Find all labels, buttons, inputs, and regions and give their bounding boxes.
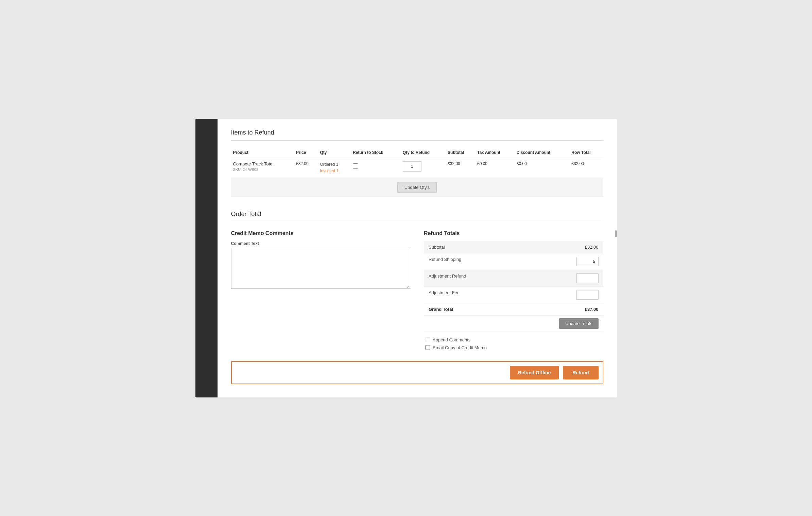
update-qtys-row: Update Qty's xyxy=(231,178,603,197)
refund-shipping-cell xyxy=(512,253,603,270)
col-tax-amount: Tax Amount xyxy=(475,147,515,158)
refund-shipping-input[interactable] xyxy=(576,257,599,266)
refund-button[interactable]: Refund xyxy=(563,366,598,379)
refund-shipping-label: Refund Shipping xyxy=(424,253,512,270)
col-product: Product xyxy=(231,147,294,158)
tax-amount-value: £0.00 xyxy=(477,161,487,166)
page-wrapper: Items to Refund Product Price Qty Return… xyxy=(189,112,624,404)
scrollbar-indicator[interactable] xyxy=(615,230,617,237)
append-comments-label: Append Comments xyxy=(433,337,470,342)
main-content: Items to Refund Product Price Qty Return… xyxy=(218,119,617,397)
two-col-layout: Credit Memo Comments Comment Text Refund… xyxy=(231,230,603,353)
items-to-refund-table: Product Price Qty Return to Stock Qty to… xyxy=(231,147,603,197)
row-total-value: £32.00 xyxy=(571,161,584,166)
refund-offline-button[interactable]: Refund Offline xyxy=(510,366,559,379)
col-return-to-stock: Return to Stock xyxy=(351,147,401,158)
tax-amount-cell: £0.00 xyxy=(475,158,515,178)
price-cell: £32.00 xyxy=(294,158,318,178)
order-total-section: Order Total Credit Memo Comments Comment… xyxy=(231,211,603,384)
discount-amount-value: £0.00 xyxy=(517,161,527,166)
adjustment-fee-input[interactable] xyxy=(576,290,599,300)
col-row-total: Row Total xyxy=(569,147,603,158)
product-price: £32.00 xyxy=(296,161,309,166)
product-cell: Compete Track Tote SKU: 24-WB02 xyxy=(231,158,294,178)
qty-to-refund-input[interactable] xyxy=(403,161,421,172)
col-qty-to-refund: Qty to Refund xyxy=(401,147,446,158)
options-area: Append Comments Email Copy of Credit Mem… xyxy=(424,337,603,350)
credit-memo-col: Credit Memo Comments Comment Text xyxy=(231,230,411,353)
adjustment-fee-row: Adjustment Fee xyxy=(424,286,603,303)
subtotal-total-value: £32.00 xyxy=(512,241,603,253)
email-copy-row: Email Copy of Credit Memo xyxy=(425,345,603,350)
subtotal-row: Subtotal £32.00 xyxy=(424,241,603,253)
grand-total-label: Grand Total xyxy=(424,303,512,315)
product-name: Compete Track Tote xyxy=(233,161,292,166)
action-buttons: Refund Offline Refund xyxy=(231,361,603,384)
subtotal-cell: £32.00 xyxy=(446,158,475,178)
discount-amount-cell: £0.00 xyxy=(515,158,570,178)
table-row: Compete Track Tote SKU: 24-WB02 £32.00 O… xyxy=(231,158,603,178)
qty-info: Ordered 1 Invoiced 1 xyxy=(320,161,349,174)
adjustment-refund-input[interactable] xyxy=(576,273,599,283)
refund-totals-table: Subtotal £32.00 Refund Shipping xyxy=(424,241,603,332)
grand-total-row: Grand Total £37.00 xyxy=(424,303,603,315)
order-total-title: Order Total xyxy=(231,211,603,222)
update-totals-row: Update Totals xyxy=(424,315,603,332)
append-comments-row: Append Comments xyxy=(425,337,603,342)
refund-totals-col: Refund Totals Subtotal £32.00 Refund Shi… xyxy=(424,230,603,353)
col-price: Price xyxy=(294,147,318,158)
update-totals-cell: Update Totals xyxy=(512,315,603,332)
comment-textarea[interactable] xyxy=(231,248,411,289)
row-total-cell: £32.00 xyxy=(569,158,603,178)
credit-memo-title: Credit Memo Comments xyxy=(231,230,411,236)
col-qty: Qty xyxy=(318,147,351,158)
qty-cell: Ordered 1 Invoiced 1 xyxy=(318,158,351,178)
items-to-refund-section: Items to Refund Product Price Qty Return… xyxy=(231,129,603,197)
sidebar xyxy=(195,119,218,397)
refund-shipping-row: Refund Shipping xyxy=(424,253,603,270)
append-comments-checkbox xyxy=(425,337,430,342)
return-to-stock-cell xyxy=(351,158,401,178)
email-copy-checkbox[interactable] xyxy=(425,345,430,350)
update-qtys-cell: Update Qty's xyxy=(231,178,603,197)
adjustment-refund-cell xyxy=(512,270,603,286)
adjustment-refund-label: Adjustment Refund xyxy=(424,270,512,286)
subtotal-label: Subtotal xyxy=(424,241,512,253)
email-copy-label: Email Copy of Credit Memo xyxy=(433,345,487,350)
grand-total-value: £37.00 xyxy=(512,303,603,315)
qty-invoiced: Invoiced 1 xyxy=(320,168,349,174)
col-subtotal: Subtotal xyxy=(446,147,475,158)
subtotal-value: £32.00 xyxy=(448,161,460,166)
adjustment-refund-row: Adjustment Refund xyxy=(424,270,603,286)
return-to-stock-checkbox[interactable] xyxy=(353,163,358,169)
comment-label: Comment Text xyxy=(231,241,411,246)
qty-ordered: Ordered 1 xyxy=(320,161,349,168)
update-totals-button[interactable]: Update Totals xyxy=(559,318,598,329)
adjustment-fee-cell xyxy=(512,286,603,303)
qty-to-refund-cell xyxy=(401,158,446,178)
items-to-refund-title: Items to Refund xyxy=(231,129,603,141)
adjustment-fee-label: Adjustment Fee xyxy=(424,286,512,303)
refund-totals-title: Refund Totals xyxy=(424,230,603,236)
col-discount-amount: Discount Amount xyxy=(515,147,570,158)
product-sku: SKU: 24-WB02 xyxy=(233,167,292,172)
update-qtys-button[interactable]: Update Qty's xyxy=(397,182,437,193)
